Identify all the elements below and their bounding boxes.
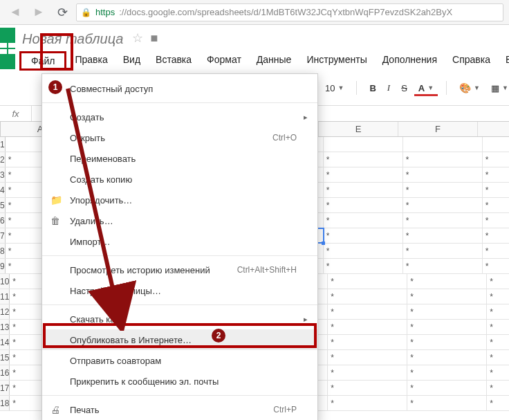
menu-item[interactable]: Переименовать — [42, 148, 317, 169]
cell[interactable]: * — [487, 289, 509, 304]
menu-item[interactable]: Настройки таблицы… — [42, 280, 317, 301]
row-header[interactable]: 9 — [0, 259, 6, 273]
menu-item[interactable]: 📁Упорядочить… — [42, 190, 317, 210]
row-header[interactable]: 8 — [0, 244, 6, 258]
cell[interactable]: * — [487, 304, 509, 319]
cell[interactable]: * — [324, 213, 403, 228]
cell[interactable]: * — [324, 152, 403, 167]
cell[interactable]: * — [403, 152, 483, 167]
menu-item[interactable]: Просмотреть историю измененийCtrl+Alt+Sh… — [42, 259, 317, 280]
cell[interactable]: * — [324, 183, 403, 197]
forward-button[interactable]: ► — [29, 3, 48, 22]
fill-color-button[interactable]: 🎨▼ — [455, 81, 484, 95]
cell[interactable]: * — [403, 213, 483, 228]
cell[interactable]: * — [328, 274, 407, 289]
row-header[interactable]: 5 — [0, 198, 6, 212]
menu-item[interactable]: Отправить соавторам — [42, 350, 317, 371]
row-header[interactable]: 10 — [0, 274, 10, 289]
menu-item[interactable]: Совместный доступ — [42, 78, 317, 99]
italic-button[interactable]: I — [383, 81, 394, 95]
cell[interactable]: * — [487, 274, 509, 289]
row-header[interactable]: 4 — [0, 183, 6, 197]
cell[interactable]: * — [324, 198, 403, 212]
menu-item[interactable]: Импорт… — [42, 231, 317, 252]
text-color-button[interactable]: A▼ — [414, 82, 438, 95]
row-header[interactable]: 3 — [0, 167, 6, 182]
menu-item[interactable]: ОткрытьCtrl+O — [42, 127, 317, 148]
cell[interactable]: * — [328, 350, 407, 365]
menu-вставка[interactable]: Вставка — [149, 51, 198, 71]
col-header-G[interactable]: G — [478, 122, 509, 136]
row-header[interactable]: 6 — [0, 213, 6, 228]
cell[interactable]: * — [328, 365, 407, 380]
back-button[interactable]: ◄ — [6, 3, 25, 22]
row-header[interactable]: 1 — [0, 137, 6, 152]
star-icon[interactable]: ☆ — [132, 31, 143, 45]
bold-button[interactable]: B — [365, 82, 380, 95]
borders-button[interactable]: ▦▼ — [487, 82, 509, 95]
cell[interactable]: * — [483, 152, 509, 167]
row-header[interactable]: 17 — [0, 381, 10, 395]
cell[interactable] — [403, 137, 483, 152]
menu-item[interactable]: 🗑Удалить… — [42, 210, 317, 231]
row-header[interactable]: 18 — [0, 396, 10, 410]
cell[interactable]: * — [407, 381, 487, 395]
cell[interactable]: * — [403, 183, 483, 197]
row-header[interactable]: 7 — [0, 228, 6, 243]
doc-title[interactable]: Новая таблица — [22, 31, 123, 47]
reload-button[interactable]: ⟳ — [53, 3, 72, 22]
row-header[interactable]: 14 — [0, 335, 10, 349]
cell[interactable]: * — [407, 365, 487, 380]
menu-item[interactable]: Опубликовать в Интернете… — [42, 329, 317, 350]
menu-инструменты[interactable]: Инструменты — [299, 51, 373, 71]
cell[interactable]: * — [328, 304, 407, 319]
menu-item[interactable]: Создать копию — [42, 169, 317, 190]
cell[interactable]: * — [403, 228, 483, 243]
cell[interactable]: * — [483, 244, 509, 258]
row-header[interactable]: 15 — [0, 350, 10, 365]
cell[interactable]: * — [328, 320, 407, 334]
cell[interactable] — [483, 137, 509, 152]
cell[interactable]: * — [407, 350, 487, 365]
col-header-F[interactable]: F — [398, 122, 478, 136]
cell[interactable]: * — [483, 228, 509, 243]
cell[interactable] — [324, 137, 403, 152]
cell[interactable]: * — [483, 167, 509, 182]
menu-item[interactable]: Создать — [42, 107, 317, 127]
row-header[interactable]: 13 — [0, 320, 10, 334]
menu-item[interactable]: Прикрепить к сообщению эл. почты — [42, 371, 317, 392]
cell[interactable]: * — [407, 274, 487, 289]
cell[interactable]: * — [407, 396, 487, 410]
row-header[interactable]: 12 — [0, 304, 10, 319]
folder-icon[interactable]: ■ — [150, 31, 158, 45]
menu-файл[interactable]: Файл — [19, 51, 66, 71]
menu-дополнения[interactable]: Дополнения — [376, 51, 444, 71]
menu-формат[interactable]: Формат — [200, 51, 248, 71]
row-header[interactable]: 11 — [0, 289, 10, 304]
cell[interactable]: * — [403, 259, 483, 273]
menu-item[interactable]: 🖨ПечатьCtrl+P — [42, 399, 317, 420]
menu-вид[interactable]: Вид — [116, 51, 147, 71]
menu-item[interactable]: Скачать как — [42, 309, 317, 329]
cell[interactable]: * — [483, 198, 509, 212]
col-header-E[interactable]: E — [319, 122, 398, 136]
cell[interactable]: * — [407, 304, 487, 319]
cell[interactable]: * — [328, 396, 407, 410]
cell[interactable]: * — [487, 396, 509, 410]
cell[interactable]: * — [403, 198, 483, 212]
cell[interactable]: * — [487, 365, 509, 380]
menu-данные[interactable]: Данные — [250, 51, 299, 71]
font-size-select[interactable]: 10▼ — [321, 82, 348, 95]
cell[interactable]: * — [483, 213, 509, 228]
sheets-logo[interactable] — [0, 28, 15, 69]
cell[interactable]: * — [324, 167, 403, 182]
menu-справка[interactable]: Справка — [445, 51, 497, 71]
cell[interactable]: * — [324, 228, 403, 243]
row-header[interactable]: 2 — [0, 152, 6, 167]
cell[interactable]: * — [407, 335, 487, 349]
cell[interactable]: * — [487, 320, 509, 334]
cell[interactable]: * — [403, 167, 483, 182]
cell[interactable]: * — [483, 183, 509, 197]
cell[interactable]: * — [403, 244, 483, 258]
cell[interactable]: * — [483, 259, 509, 273]
